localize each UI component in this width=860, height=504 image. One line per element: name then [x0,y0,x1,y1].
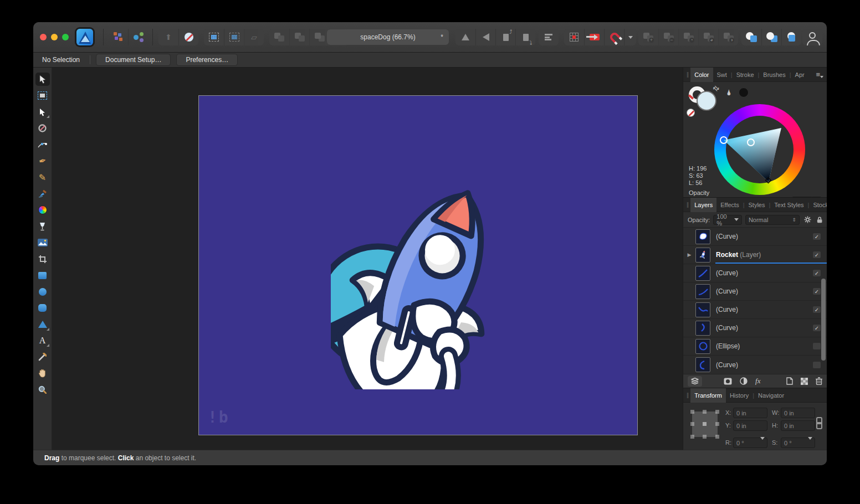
tab-text-styles[interactable]: Text Styles [770,198,807,212]
layer-visibility-checkbox[interactable]: ✓ [812,306,821,313]
color-eyedropper-icon[interactable]: 🌢 [726,88,731,97]
boolean-divide-icon[interactable]: ◕ [698,29,718,45]
layer-row[interactable]: (Curve) ✓ [683,228,827,246]
rotate-ccw-icon[interactable] [495,29,515,45]
layer-visibility-checkbox[interactable]: ✓ [812,269,821,277]
point-transform-tool[interactable] [35,122,50,135]
affinity-designer-app-icon[interactable] [76,29,93,45]
flip-horizontal-icon[interactable] [455,29,475,45]
account-icon[interactable] [802,29,822,45]
triangle-tool[interactable] [35,318,50,331]
view-tool[interactable] [35,367,50,380]
rocket-illustration[interactable] [331,173,519,389]
force-pixel-alignment-icon[interactable] [584,29,604,45]
layer-visibility-checkbox[interactable] [812,342,821,350]
tab-transform[interactable]: Transform [690,388,726,403]
no-color-swatch[interactable] [687,109,695,117]
panel-grip-icon[interactable]: || [687,392,688,398]
color-picker-tool[interactable] [35,351,50,364]
ellipse-tool[interactable] [35,285,50,299]
move-to-front-icon[interactable] [269,29,289,45]
layer-visibility-checkbox[interactable]: ✓ [812,324,821,332]
corner-tool[interactable] [35,138,50,151]
tab-navigator[interactable]: Navigator [754,388,788,403]
insert-inside-icon[interactable] [761,29,781,45]
canvas-area[interactable]: !b [52,68,683,450]
s-field[interactable]: 0 ° [781,438,815,448]
place-image-tool[interactable] [35,236,50,249]
tab-brushes[interactable]: Brushes [759,68,789,82]
crop-tool[interactable] [35,253,50,266]
snapping-magnet-icon[interactable] [604,29,624,45]
panel-grip-icon[interactable]: || [687,202,688,208]
color-panel-menu-icon[interactable]: ≡ [816,70,823,79]
rectangle-tool[interactable] [35,269,50,282]
tab-effects[interactable]: Effects [716,198,743,212]
boolean-intersect-icon[interactable]: ◔ [678,29,698,45]
artboard-tool[interactable] [35,89,50,102]
layer-visibility-checkbox[interactable] [812,361,821,369]
x-field[interactable]: 0 in [733,408,767,418]
layer-row[interactable]: (Curve) ✓ [683,264,827,282]
tab-styles[interactable]: Styles [745,198,769,212]
insert-behind-icon[interactable] [741,29,761,45]
fill-swatch[interactable] [697,91,716,111]
insert-on-top-icon[interactable] [781,29,801,45]
w-field[interactable]: 0 in [781,408,815,418]
panel-grip-icon[interactable]: || [687,71,688,78]
layer-row[interactable]: (Curve) ✓ [683,319,827,337]
swap-fill-stroke-icon[interactable]: ⇄ [711,83,721,93]
launcher-icon[interactable] [108,29,128,45]
layers-scrollbar[interactable] [821,279,826,361]
tab-color[interactable]: Color [690,68,713,82]
trash-icon[interactable] [816,377,822,385]
anchor-point-selector[interactable] [692,412,718,437]
layer-visibility-checkbox[interactable]: ✓ [812,287,821,295]
node-tool[interactable] [35,105,50,119]
artboard[interactable]: !b [198,95,638,435]
text-tool[interactable]: A [35,334,50,347]
export-persona-icon[interactable]: ⬆ [158,29,178,45]
vector-brush-tool[interactable] [35,187,50,200]
minimize-button[interactable] [51,34,58,40]
layer-settings-gear-icon[interactable] [804,215,811,224]
boolean-subtract-icon[interactable]: − [658,29,678,45]
link-dimensions-icon[interactable] [816,417,821,429]
boolean-add-icon[interactable]: + [638,29,658,45]
layer-visibility-checkbox[interactable]: ✓ [812,233,821,240]
document-setup-button[interactable]: Document Setup… [96,54,171,66]
tab-appearance[interactable]: Apr [791,68,808,82]
y-field[interactable]: 0 in [733,420,767,431]
h-field[interactable]: 0 in [781,420,815,431]
boolean-combine-icon[interactable]: ◑ [718,29,738,45]
new-layer-icon[interactable] [786,377,793,385]
zoom-tool[interactable] [35,383,50,397]
zoom-window-button[interactable] [62,34,69,40]
rotate-cw-icon[interactable] [515,29,535,45]
pencil-tool[interactable]: ✎ [35,171,50,184]
layer-row[interactable]: (Curve) [683,356,827,374]
rounded-rectangle-tool[interactable] [35,301,50,315]
hue-wheel[interactable] [714,104,805,195]
tab-layers[interactable]: Layers [690,198,716,212]
layer-row[interactable]: (Curve) ✓ [683,301,827,319]
tab-history[interactable]: History [726,388,752,403]
flip-vertical-icon[interactable] [475,29,495,45]
transform-mode-icon[interactable]: ▱ [244,29,264,45]
layer-row-rocket[interactable]: ▶ Rocket (Layer) ✓ [683,246,827,264]
lock-icon[interactable] [817,216,822,224]
move-forward-icon[interactable] [289,29,309,45]
fx-icon[interactable]: fx [755,377,760,385]
move-backward-icon[interactable] [309,29,329,45]
marquee-select-icon[interactable] [204,29,224,45]
mask-icon[interactable] [724,378,732,385]
adjustment-icon[interactable] [740,377,748,385]
layer-expand-icon[interactable]: ▶ [683,252,695,258]
checkerboard-icon[interactable] [801,378,808,385]
preferences-button[interactable]: Preferences… [176,54,238,66]
fill-tool[interactable] [35,203,50,217]
marquee-subtract-icon[interactable] [224,29,244,45]
tab-stock[interactable]: Stock [809,198,827,212]
pixel-persona-icon[interactable] [178,29,198,45]
r-field[interactable]: 0 ° [733,438,767,448]
